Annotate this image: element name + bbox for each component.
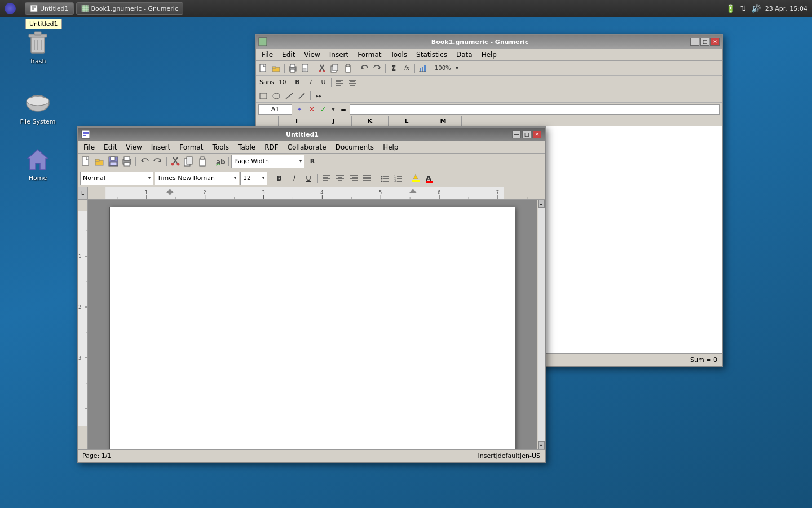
writer-justify-btn[interactable]: [361, 173, 373, 184]
gnumeric-menu-edit[interactable]: Edit: [277, 50, 299, 60]
gnumeric-close-btn[interactable]: ✕: [710, 38, 720, 46]
gnumeric-menu-insert[interactable]: Insert: [325, 50, 353, 60]
writer-scroll-up-btn[interactable]: ▴: [538, 200, 545, 208]
gnumeric-formula-confirm[interactable]: ✓: [318, 104, 328, 115]
writer-underline-btn[interactable]: U: [302, 173, 315, 184]
gnumeric-minimize-btn[interactable]: —: [690, 38, 699, 46]
gnumeric-col-L[interactable]: L: [389, 116, 425, 126]
writer-maximize-btn[interactable]: □: [522, 130, 531, 138]
writer-menu-collaborate[interactable]: Collaborate: [283, 142, 331, 152]
writer-numlist-btn[interactable]: 1.2.3.: [392, 173, 404, 184]
writer-scroll-down-btn[interactable]: ▾: [538, 441, 545, 449]
writer-highlight-btn[interactable]: [409, 173, 422, 184]
gnumeric-cell-ref[interactable]: A1: [258, 104, 292, 115]
gnumeric-formula-cancel[interactable]: ✕: [307, 104, 317, 115]
gnumeric-menu-help[interactable]: Help: [477, 50, 501, 60]
writer-cut-btn[interactable]: [169, 156, 182, 167]
desktop-icon-home[interactable]: Home: [15, 144, 60, 184]
writer-print-btn[interactable]: [121, 156, 133, 167]
gnumeric-formula-dropdown[interactable]: ▾: [329, 104, 337, 115]
gnumeric-sum-btn[interactable]: Σ: [387, 63, 400, 74]
gnumeric-formula-input[interactable]: [350, 104, 720, 115]
gnumeric-align-center-btn[interactable]: [346, 77, 359, 88]
writer-menu-insert[interactable]: Insert: [147, 142, 175, 152]
writer-menu-documents[interactable]: Documents: [331, 142, 378, 152]
writer-save-btn[interactable]: [107, 156, 120, 167]
gnumeric-printprev-btn[interactable]: [299, 63, 312, 74]
gnumeric-col-M[interactable]: M: [425, 116, 462, 126]
writer-open-btn[interactable]: [94, 156, 106, 167]
gnumeric-cut-btn[interactable]: [316, 63, 328, 74]
gnumeric-italic-btn[interactable]: I: [304, 77, 316, 88]
taskbar-start[interactable]: [0, 0, 23, 17]
gnumeric-col-K[interactable]: K: [352, 116, 389, 126]
writer-page-zoom-dropdown[interactable]: Page Width ▾: [231, 155, 304, 168]
gnumeric-bold-btn[interactable]: B: [291, 77, 303, 88]
writer-scroll-track[interactable]: [538, 208, 545, 441]
writer-align-left-btn[interactable]: [320, 173, 333, 184]
svg-text:3.: 3.: [394, 179, 397, 182]
writer-bold-btn[interactable]: B: [272, 173, 286, 184]
gnumeric-copy-btn[interactable]: [329, 63, 341, 74]
gnumeric-col-I[interactable]: I: [279, 116, 315, 126]
writer-menu-view[interactable]: View: [121, 142, 146, 152]
writer-copy-btn[interactable]: [183, 156, 195, 167]
writer-font-dropdown[interactable]: Times New Roman ▾: [155, 172, 239, 185]
writer-document-page[interactable]: [109, 207, 515, 449]
desktop-icon-trash[interactable]: Trash: [15, 27, 60, 67]
gnumeric-menu-statistics[interactable]: Statistics: [412, 50, 452, 60]
gnumeric-menu-view[interactable]: View: [299, 50, 324, 60]
gnumeric-redo-btn[interactable]: [371, 63, 383, 74]
writer-fontcolor-btn[interactable]: A: [423, 173, 435, 184]
gnumeric-ellipse-btn[interactable]: [270, 90, 283, 102]
gnumeric-zoom-dropdown[interactable]: ▾: [453, 63, 461, 74]
gnumeric-menu-data[interactable]: Data: [452, 50, 477, 60]
gnumeric-menu-tools[interactable]: Tools: [386, 50, 412, 60]
writer-content-area[interactable]: [88, 200, 537, 449]
writer-align-center-btn[interactable]: [334, 173, 346, 184]
writer-menu-file[interactable]: File: [79, 142, 99, 152]
writer-menu-format[interactable]: Format: [175, 142, 208, 152]
gnumeric-titlebar[interactable]: Book1.gnumeric - Gnumeric — □ ✕: [256, 35, 722, 49]
writer-menu-rdf[interactable]: RDF: [260, 142, 283, 152]
gnumeric-menu-file[interactable]: File: [257, 50, 277, 60]
gnumeric-more-btn[interactable]: ▸▸: [312, 90, 325, 102]
gnumeric-fx-btn[interactable]: fx: [400, 63, 413, 74]
gnumeric-open-btn[interactable]: [270, 63, 283, 74]
writer-spellcheck-btn[interactable]: abc: [214, 156, 226, 167]
writer-align-right-btn[interactable]: [347, 173, 360, 184]
writer-menu-edit[interactable]: Edit: [99, 142, 121, 152]
gnumeric-formula-icon[interactable]: ✦: [293, 104, 306, 115]
writer-redo-btn[interactable]: [152, 156, 164, 167]
writer-paste-btn[interactable]: [196, 156, 209, 167]
gnumeric-col-J[interactable]: J: [315, 116, 352, 126]
writer-italic-btn[interactable]: I: [287, 173, 301, 184]
writer-undo-btn[interactable]: [138, 156, 151, 167]
writer-minimize-btn[interactable]: —: [512, 130, 521, 138]
writer-size-dropdown[interactable]: 12 ▾: [240, 172, 267, 185]
writer-menu-help[interactable]: Help: [378, 142, 403, 152]
gnumeric-print-btn[interactable]: [286, 63, 299, 74]
gnumeric-arrow-btn[interactable]: [296, 90, 308, 102]
gnumeric-new-btn[interactable]: [257, 63, 270, 74]
gnumeric-align-left-btn[interactable]: [333, 77, 346, 88]
gnumeric-underline-btn[interactable]: U: [317, 77, 329, 88]
gnumeric-paste-btn[interactable]: [342, 63, 354, 74]
gnumeric-menu-format[interactable]: Format: [353, 50, 386, 60]
writer-menu-tools[interactable]: Tools: [208, 142, 234, 152]
writer-titlebar[interactable]: Untitled1 — □ ✕: [78, 128, 545, 141]
writer-ruler-btn[interactable]: R: [306, 156, 319, 167]
writer-style-dropdown[interactable]: Normal ▾: [80, 172, 153, 185]
writer-new-btn[interactable]: [80, 156, 92, 167]
taskbar-app-writer[interactable]: Untitled1 Untitled1: [25, 2, 74, 15]
writer-close-btn[interactable]: ✕: [532, 130, 541, 138]
gnumeric-chart-btn[interactable]: [417, 63, 429, 74]
gnumeric-line-btn[interactable]: [283, 90, 295, 102]
writer-menu-table[interactable]: Table: [233, 142, 260, 152]
taskbar-app-gnumeric[interactable]: Book1.gnumeric - Gnumeric: [76, 2, 183, 15]
gnumeric-rect-btn[interactable]: [257, 90, 270, 102]
desktop-icon-filesystem[interactable]: File System: [15, 87, 60, 128]
gnumeric-maximize-btn[interactable]: □: [700, 38, 709, 46]
writer-list-btn[interactable]: [378, 173, 391, 184]
gnumeric-undo-btn[interactable]: [358, 63, 370, 74]
